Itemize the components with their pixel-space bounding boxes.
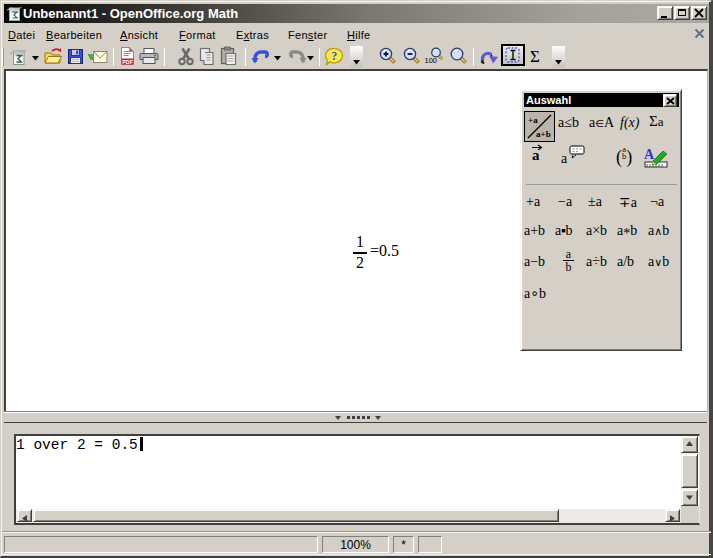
svg-text:PDF: PDF bbox=[122, 59, 133, 65]
svg-text:+a: +a bbox=[528, 115, 538, 125]
svg-text:?: ? bbox=[331, 49, 337, 63]
svg-text:100: 100 bbox=[425, 56, 438, 65]
svg-text:A: A bbox=[644, 147, 655, 162]
svg-text:a+b: a+b bbox=[536, 129, 551, 139]
